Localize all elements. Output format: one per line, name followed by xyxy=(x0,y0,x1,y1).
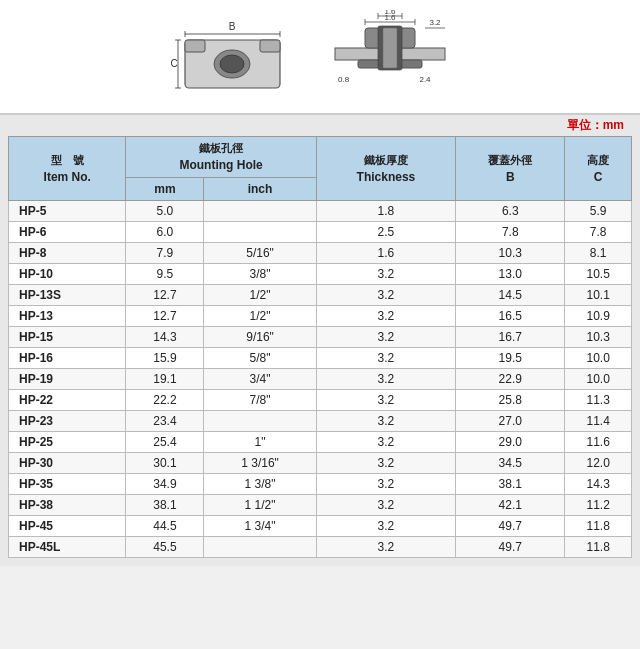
cell-thickness: 3.2 xyxy=(316,432,455,453)
cell-height: 11.8 xyxy=(565,516,632,537)
table-row: HP-1312.71/2"3.216.510.9 xyxy=(9,306,632,327)
table-row: HP-3534.91 3/8"3.238.114.3 xyxy=(9,474,632,495)
cell-item: HP-5 xyxy=(9,201,126,222)
cell-thickness: 2.5 xyxy=(316,222,455,243)
cell-inch: 1/2" xyxy=(204,306,316,327)
cell-thickness: 3.2 xyxy=(316,453,455,474)
cell-inch: 1 1/2" xyxy=(204,495,316,516)
cell-mm: 22.2 xyxy=(126,390,204,411)
cell-thickness: 1.6 xyxy=(316,243,455,264)
col-header-mm: mm xyxy=(126,177,204,201)
cell-height: 11.4 xyxy=(565,411,632,432)
cell-mm: 12.7 xyxy=(126,306,204,327)
table-row: HP-66.02.57.87.8 xyxy=(9,222,632,243)
cell-mm: 19.1 xyxy=(126,369,204,390)
cell-cover: 25.8 xyxy=(456,390,565,411)
cell-cover: 13.0 xyxy=(456,264,565,285)
cell-item: HP-13 xyxy=(9,306,126,327)
svg-text:B: B xyxy=(229,21,236,32)
cell-thickness: 3.2 xyxy=(316,390,455,411)
table-row: HP-109.53/8"3.213.010.5 xyxy=(9,264,632,285)
cell-item: HP-6 xyxy=(9,222,126,243)
table-row: HP-87.95/16"1.610.38.1 xyxy=(9,243,632,264)
cell-thickness: 3.2 xyxy=(316,369,455,390)
col-header-height: 高度 C xyxy=(565,137,632,201)
table-row: HP-45L45.53.249.711.8 xyxy=(9,537,632,558)
cell-thickness: 3.2 xyxy=(316,285,455,306)
cell-mm: 44.5 xyxy=(126,516,204,537)
cell-thickness: 3.2 xyxy=(316,306,455,327)
cell-inch xyxy=(204,201,316,222)
cell-cover: 29.0 xyxy=(456,432,565,453)
data-table-container: 型 號 Item No. 鐵板孔徑 Mounting Hole 鐵板厚度 Thi… xyxy=(0,136,640,566)
cell-cover: 16.5 xyxy=(456,306,565,327)
cell-height: 5.9 xyxy=(565,201,632,222)
svg-point-4 xyxy=(220,55,244,73)
cell-inch: 5/8" xyxy=(204,348,316,369)
cell-item: HP-8 xyxy=(9,243,126,264)
cell-thickness: 3.2 xyxy=(316,327,455,348)
cell-inch xyxy=(204,537,316,558)
table-row: HP-2525.41"3.229.011.6 xyxy=(9,432,632,453)
svg-rect-17 xyxy=(383,28,397,68)
cell-cover: 38.1 xyxy=(456,474,565,495)
cell-mm: 14.3 xyxy=(126,327,204,348)
cell-item: HP-13S xyxy=(9,285,126,306)
table-row: HP-3838.11 1/2"3.242.111.2 xyxy=(9,495,632,516)
table-row: HP-3030.11 3/16"3.234.512.0 xyxy=(9,453,632,474)
cell-thickness: 1.8 xyxy=(316,201,455,222)
col-header-itemno: 型 號 Item No. xyxy=(9,137,126,201)
table-row: HP-13S12.71/2"3.214.510.1 xyxy=(9,285,632,306)
cell-thickness: 3.2 xyxy=(316,411,455,432)
cell-height: 8.1 xyxy=(565,243,632,264)
cell-inch xyxy=(204,222,316,243)
table-row: HP-2323.43.227.011.4 xyxy=(9,411,632,432)
cell-cover: 10.3 xyxy=(456,243,565,264)
col-header-inch: inch xyxy=(204,177,316,201)
unit-label: 單位：mm xyxy=(0,115,640,136)
cell-item: HP-35 xyxy=(9,474,126,495)
cell-thickness: 3.2 xyxy=(316,516,455,537)
cell-inch: 1/2" xyxy=(204,285,316,306)
technical-diagram: B C 1.6 1.6 xyxy=(170,10,470,105)
cell-height: 7.8 xyxy=(565,222,632,243)
cell-cover: 49.7 xyxy=(456,537,565,558)
cell-item: HP-19 xyxy=(9,369,126,390)
specifications-table: 型 號 Item No. 鐵板孔徑 Mounting Hole 鐵板厚度 Thi… xyxy=(8,136,632,558)
cell-mm: 34.9 xyxy=(126,474,204,495)
cell-item: HP-16 xyxy=(9,348,126,369)
cell-cover: 16.7 xyxy=(456,327,565,348)
svg-text:2.4: 2.4 xyxy=(419,75,431,84)
col-header-mounting: 鐵板孔徑 Mounting Hole xyxy=(126,137,316,178)
cell-inch: 1 3/16" xyxy=(204,453,316,474)
cell-mm: 25.4 xyxy=(126,432,204,453)
cell-cover: 14.5 xyxy=(456,285,565,306)
cell-inch: 5/16" xyxy=(204,243,316,264)
table-row: HP-1615.95/8"3.219.510.0 xyxy=(9,348,632,369)
cell-cover: 6.3 xyxy=(456,201,565,222)
table-row: HP-55.01.86.35.9 xyxy=(9,201,632,222)
cell-item: HP-22 xyxy=(9,390,126,411)
cell-inch: 3/8" xyxy=(204,264,316,285)
table-row: HP-4544.51 3/4"3.249.711.8 xyxy=(9,516,632,537)
cell-cover: 22.9 xyxy=(456,369,565,390)
cell-mm: 15.9 xyxy=(126,348,204,369)
cell-item: HP-45L xyxy=(9,537,126,558)
cell-height: 11.2 xyxy=(565,495,632,516)
cell-inch: 1 3/4" xyxy=(204,516,316,537)
cell-thickness: 3.2 xyxy=(316,474,455,495)
cell-item: HP-38 xyxy=(9,495,126,516)
cell-cover: 7.8 xyxy=(456,222,565,243)
cell-mm: 45.5 xyxy=(126,537,204,558)
cell-mm: 38.1 xyxy=(126,495,204,516)
page-wrapper: B C 1.6 1.6 xyxy=(0,0,640,566)
table-row: HP-1919.13/4"3.222.910.0 xyxy=(9,369,632,390)
table-row: HP-2222.27/8"3.225.811.3 xyxy=(9,390,632,411)
cell-item: HP-15 xyxy=(9,327,126,348)
cell-item: HP-45 xyxy=(9,516,126,537)
cell-cover: 49.7 xyxy=(456,516,565,537)
svg-rect-2 xyxy=(260,40,280,52)
cell-cover: 19.5 xyxy=(456,348,565,369)
table-row: HP-1514.39/16"3.216.710.3 xyxy=(9,327,632,348)
cell-mm: 30.1 xyxy=(126,453,204,474)
